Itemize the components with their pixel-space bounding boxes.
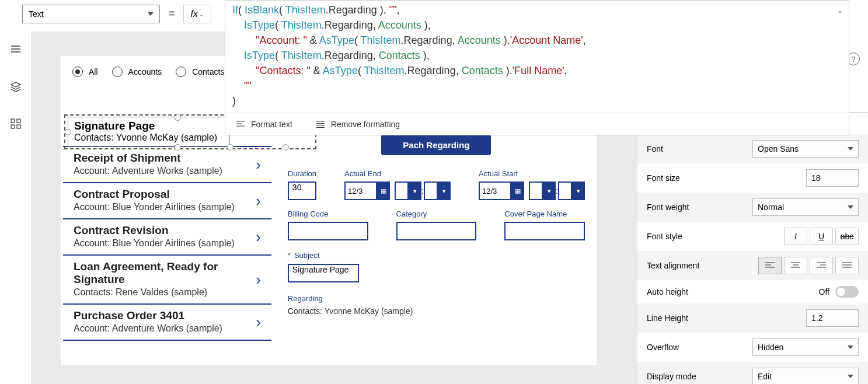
align-center-button[interactable] <box>784 257 807 274</box>
selected-title: Signature Page <box>74 120 224 132</box>
resize-handle[interactable] <box>65 129 71 135</box>
actual-end-picker[interactable]: 12/3 ▦ ▾ : ▾ <box>344 181 451 200</box>
properties-panel: Font Open Sans Font size 18 Font weight … <box>637 134 868 384</box>
list-item[interactable]: Loan Agreement, Ready for Signature Cont… <box>63 254 271 303</box>
align-justify-button[interactable] <box>835 257 859 274</box>
list-item[interactable]: Contract Proposal Account: Blue Yonder A… <box>63 182 271 218</box>
align-left-button[interactable] <box>758 257 782 274</box>
item-title: Receipt of Shipment <box>74 152 263 165</box>
svg-rect-2 <box>11 125 15 128</box>
font-dropdown[interactable]: Open Sans <box>752 140 859 158</box>
actual-start-picker[interactable]: 12/3 ▦ ▾ : ▾ <box>479 181 585 200</box>
underline-button[interactable]: U <box>810 228 833 245</box>
chevron-down-icon[interactable]: ▾ <box>543 181 556 200</box>
radio-all-label: All <box>89 67 98 76</box>
hamburger-icon[interactable] <box>10 43 22 57</box>
calendar-icon[interactable]: ▦ <box>377 181 390 200</box>
chevron-right-icon[interactable]: › <box>256 192 261 210</box>
remove-format-icon <box>316 120 325 129</box>
subject-input[interactable]: Signature Page <box>288 264 359 282</box>
svg-rect-3 <box>17 125 20 128</box>
item-title: Loan Agreement, Ready for Signature <box>74 260 263 286</box>
resize-handle[interactable] <box>227 144 233 151</box>
layers-icon[interactable] <box>10 81 22 95</box>
prop-font-weight-label: Font weight <box>647 203 689 212</box>
strikethrough-button[interactable]: abc <box>835 228 859 245</box>
item-subtitle: Account: Adventure Works (sample) <box>74 166 263 176</box>
radio-contacts[interactable]: Contacts <box>176 67 224 77</box>
subject-label: Subject <box>288 251 319 260</box>
chevron-right-icon[interactable]: › <box>256 228 261 246</box>
actual-end-label: Actual End <box>344 169 451 178</box>
formula-editor[interactable]: If( IsBlank( ThisItem.Regarding ), "", I… <box>225 1 849 113</box>
chevron-down-icon[interactable]: ▾ <box>438 181 451 200</box>
item-subtitle: Account: Adventure Works (sample) <box>74 323 263 334</box>
resize-handle[interactable] <box>175 144 181 151</box>
property-dropdown[interactable]: Text <box>22 5 160 23</box>
resize-handle[interactable] <box>283 144 289 151</box>
patch-button-label: Pach Regarding <box>403 140 469 150</box>
date-value[interactable]: 12/3 <box>344 181 377 200</box>
minute-picker[interactable] <box>558 181 572 200</box>
prop-line-height: Line Height 1.2 <box>637 303 868 333</box>
radio-accounts[interactable]: Accounts <box>112 67 162 77</box>
hour-picker[interactable] <box>529 181 543 200</box>
overflow-dropdown[interactable]: Hidden <box>752 338 859 356</box>
category-input[interactable] <box>396 222 477 240</box>
radio-icon <box>112 67 123 77</box>
collapse-icon[interactable]: ⌄ <box>837 6 843 15</box>
cover-input[interactable] <box>504 222 585 240</box>
selected-subtitle: Contacts: Yvonne McKay (sample) <box>74 132 224 143</box>
format-text-label: Format text <box>251 120 292 129</box>
minute-picker[interactable] <box>424 181 438 200</box>
chevron-right-icon[interactable]: › <box>256 313 261 331</box>
chevron-down-icon: ⌄ <box>199 11 204 18</box>
radio-icon <box>72 67 83 77</box>
chevron-right-icon[interactable]: › <box>256 156 261 174</box>
prop-text-align: Text alignment <box>637 251 868 280</box>
hour-picker[interactable] <box>395 181 409 200</box>
italic-button[interactable]: I <box>784 228 807 245</box>
line-height-input[interactable]: 1.2 <box>806 309 859 327</box>
calendar-icon[interactable]: ▦ <box>511 181 524 200</box>
fx-button[interactable]: fx ⌄ <box>183 5 211 23</box>
regarding-value: Contacts: Yvonne McKay (sample) <box>288 306 585 316</box>
auto-height-toggle[interactable] <box>835 286 859 298</box>
duration-input[interactable]: 30 <box>288 181 316 200</box>
patch-button[interactable]: Pach Regarding <box>381 134 491 155</box>
display-mode-dropdown[interactable]: Edit <box>752 368 859 384</box>
item-subtitle: Contacts: Rene Valdes (sample) <box>74 287 263 298</box>
remove-formatting-button[interactable]: Remove formatting <box>316 120 400 129</box>
list-item[interactable]: Purchase Order 3401 Account: Adventure W… <box>63 303 271 341</box>
chevron-down-icon[interactable]: ▾ <box>572 181 585 200</box>
category-label: Category <box>396 210 477 218</box>
prop-font-label: Font <box>647 144 663 153</box>
prop-font-style: Font style I U abc <box>637 222 868 251</box>
align-center-icon <box>791 262 800 269</box>
date-value[interactable]: 12/3 <box>479 181 511 200</box>
selected-label-control[interactable]: Signature Page Contacts: Yvonne McKay (s… <box>68 117 230 147</box>
item-subtitle: Account: Blue Yonder Airlines (sample) <box>74 238 263 249</box>
list-item[interactable]: Contract Revision Account: Blue Yonder A… <box>63 218 271 254</box>
font-weight-dropdown[interactable]: Normal <box>752 198 859 216</box>
resize-handle[interactable] <box>175 114 181 121</box>
prop-overflow: Overflow Hidden <box>637 333 868 362</box>
prop-auto-height-label: Auto height <box>647 287 688 296</box>
chevron-right-icon[interactable]: › <box>256 271 261 289</box>
font-size-input[interactable]: 18 <box>806 169 859 187</box>
format-text-button[interactable]: Format text <box>236 120 292 129</box>
radio-all[interactable]: All <box>72 67 98 77</box>
prop-overflow-label: Overflow <box>647 343 679 352</box>
radio-accounts-label: Accounts <box>128 67 162 76</box>
auto-height-value: Off <box>819 287 829 296</box>
prop-font-weight: Font weight Normal <box>637 193 868 222</box>
apps-icon[interactable] <box>10 118 22 132</box>
chevron-down-icon[interactable]: ▾ <box>409 181 421 200</box>
billing-input[interactable] <box>288 222 368 240</box>
align-right-icon <box>817 262 826 269</box>
formula-bar[interactable]: ⌄ If( IsBlank( ThisItem.Regarding ), "",… <box>225 0 849 135</box>
align-right-button[interactable] <box>810 257 833 274</box>
cover-label: Cover Page Name <box>504 210 585 218</box>
radio-contacts-label: Contacts <box>192 67 224 76</box>
list-item[interactable]: Receipt of Shipment Account: Adventure W… <box>63 146 271 182</box>
